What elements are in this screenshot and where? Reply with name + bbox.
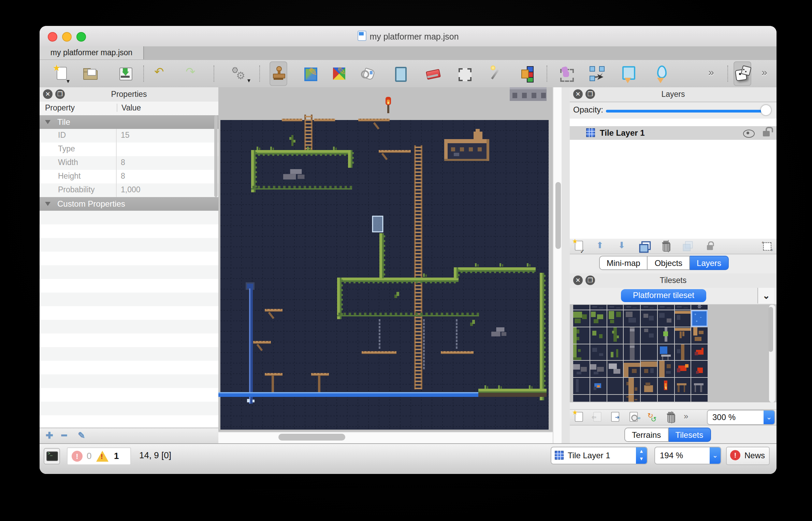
chevron-down-icon[interactable]: ⌄ [710, 447, 721, 464]
tileset-tile-selected[interactable] [692, 310, 708, 327]
overflow-icon[interactable]: » [682, 410, 696, 425]
tileset-tile[interactable] [658, 378, 674, 394]
eraser-icon[interactable] [424, 65, 442, 83]
map-view[interactable] [218, 87, 553, 443]
layer-row[interactable]: Tile Layer 1 [570, 126, 777, 140]
new-layer-icon[interactable]: ★✓ [571, 239, 586, 253]
tileset-tile[interactable] [590, 361, 607, 377]
issues-counter[interactable]: ! 0 ! 1 [67, 447, 131, 465]
tileset-tile[interactable] [624, 344, 640, 360]
delete-layer-icon[interactable] [659, 239, 673, 253]
tileset-scrollbar[interactable] [769, 305, 775, 402]
tileset-tile[interactable] [675, 327, 691, 344]
tileset-tile[interactable] [641, 344, 657, 360]
edit-tileset-icon[interactable]: 🔧 [627, 410, 641, 425]
tileset-tile[interactable] [573, 310, 590, 327]
chevron-down-icon[interactable]: ⌄ [764, 411, 774, 424]
tileset-tile[interactable] [658, 305, 674, 310]
insert-tile-icon[interactable] [619, 65, 637, 83]
tileset-tile[interactable] [607, 361, 623, 377]
tileset-tile[interactable] [675, 378, 691, 394]
tileset-tile[interactable] [658, 361, 674, 377]
lock-layer-icon[interactable] [702, 239, 717, 253]
delete-tileset-icon[interactable] [664, 410, 678, 425]
rect-select-icon[interactable] [455, 65, 473, 83]
lower-layer-icon[interactable]: ⬇ [615, 239, 629, 253]
tileset-tile[interactable] [675, 305, 691, 310]
open-file-icon[interactable] [81, 65, 99, 83]
toggle-other-layers-icon[interactable] [681, 239, 695, 253]
dock-splitter[interactable] [562, 87, 570, 443]
collapse-triangle-icon[interactable] [45, 120, 50, 124]
tileset-tile[interactable] [624, 327, 640, 344]
export-tileset-icon[interactable]: ➜ [608, 410, 623, 425]
tileset-tile[interactable] [675, 395, 691, 402]
magic-wand-icon[interactable] [487, 65, 505, 83]
tileset-tile[interactable] [590, 395, 607, 402]
overflow-left-icon[interactable]: » [706, 65, 724, 83]
properties-section-header[interactable]: Custom Properties [40, 197, 218, 211]
tileset-tile[interactable] [641, 327, 657, 344]
opacity-slider-thumb[interactable] [761, 105, 771, 115]
tileset-tile[interactable] [692, 305, 708, 310]
random-mode-icon[interactable] [734, 61, 751, 86]
tileset-tile[interactable] [658, 344, 674, 360]
tileset-tile[interactable] [573, 395, 590, 402]
tileset-tile[interactable] [675, 344, 691, 360]
tileset-tile[interactable] [641, 395, 657, 402]
highlight-current-layer-icon[interactable]: ✦✦ [760, 239, 774, 253]
tileset-tile[interactable] [573, 378, 590, 394]
tileset-tab[interactable]: Platformer tileset [621, 289, 706, 302]
property-row[interactable]: ID15 [40, 129, 218, 143]
commands-icon[interactable]: ⚙⚙▾ [230, 65, 248, 83]
stamp-brush-icon[interactable] [270, 61, 287, 86]
tileset-tile[interactable] [573, 327, 590, 344]
tileset-tile[interactable] [607, 327, 623, 344]
tileset-tile[interactable] [624, 305, 640, 310]
property-row[interactable]: Type [40, 143, 218, 156]
insert-point-icon[interactable] [652, 65, 669, 83]
map-vertical-scrollbar[interactable] [553, 87, 562, 443]
tileset-tile[interactable] [607, 310, 623, 327]
tileset-tile[interactable] [641, 361, 657, 377]
document-tab[interactable]: my platformer map.json [40, 46, 144, 59]
tileset-tile[interactable] [573, 361, 590, 377]
tileset-tile[interactable] [590, 378, 607, 394]
tileset-zoom-combo[interactable]: 300 %⌄ [707, 410, 775, 425]
select-objects-icon[interactable] [557, 65, 575, 83]
tab-objects[interactable]: Objects [648, 256, 690, 270]
tileset-tile[interactable] [573, 305, 590, 310]
tileset-tile[interactable] [590, 310, 607, 327]
add-property-button[interactable]: ✚ [46, 430, 53, 441]
properties-table[interactable]: TileID15TypeWidth8Height8Probability1,00… [40, 115, 218, 462]
layer-lock-icon[interactable] [763, 131, 770, 136]
layer-select[interactable]: Tile Layer 1 ▲▼ [551, 447, 648, 464]
new-map-icon[interactable]: ★▾ [53, 65, 70, 83]
tileset-tile[interactable] [590, 344, 607, 360]
tileset-tile[interactable] [692, 395, 708, 402]
edit-polygons-icon[interactable]: ➤ [588, 65, 606, 83]
property-row[interactable]: Probability1,000 [40, 183, 218, 197]
layer-visibility-icon[interactable] [743, 130, 755, 138]
tileset-tile[interactable] [692, 361, 708, 377]
redo-icon[interactable]: ↷ [183, 65, 201, 83]
save-file-icon[interactable] [117, 65, 134, 83]
tileset-tile[interactable] [641, 310, 657, 327]
properties-section-header[interactable]: Tile [40, 115, 218, 129]
property-row[interactable]: Width8 [40, 156, 218, 170]
tileset-tile[interactable] [607, 305, 623, 310]
tileset-dropdown-button[interactable]: ⌄ [757, 288, 774, 303]
tab-tilesets[interactable]: Tilesets [668, 428, 711, 442]
tileset-tile[interactable] [675, 310, 691, 327]
replace-tileset-icon[interactable]: ↻↺ [645, 410, 659, 425]
news-button[interactable]: ! News [726, 447, 770, 465]
tileset-tile[interactable] [607, 395, 623, 402]
tileset-tile[interactable] [624, 361, 640, 377]
edit-property-button[interactable]: ✎ [78, 430, 85, 441]
tileset-tile[interactable] [641, 305, 657, 310]
zoom-combo[interactable]: 194 %⌄ [654, 447, 721, 464]
terrain-brush-icon[interactable]: ✎ [302, 65, 320, 83]
properties-scrollbar[interactable] [214, 115, 218, 197]
tileset-tile[interactable] [675, 361, 691, 377]
duplicate-layer-icon[interactable] [637, 239, 651, 253]
